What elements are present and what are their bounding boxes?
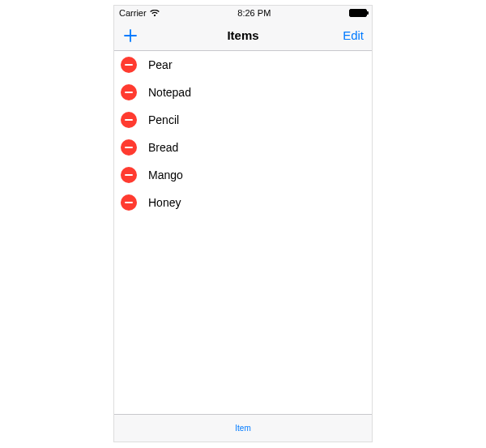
- delete-button[interactable]: [121, 84, 137, 100]
- nav-title: Items: [114, 28, 372, 42]
- wifi-icon: [150, 10, 160, 17]
- delete-button[interactable]: [121, 112, 137, 128]
- list-item[interactable]: Notepad: [114, 79, 372, 106]
- minus-icon: [125, 147, 133, 148]
- add-button[interactable]: [122, 28, 147, 44]
- minus-icon: [125, 64, 133, 66]
- list-item-label: Mango: [148, 169, 183, 181]
- list-item-label: Pencil: [148, 113, 179, 126]
- phone-frame: Carrier 8:26 PM Items Edit PearNotep: [113, 5, 373, 442]
- minus-icon: [125, 202, 133, 203]
- battery-fill: [350, 10, 366, 16]
- list-item-label: Pear: [148, 58, 173, 71]
- delete-button[interactable]: [121, 194, 137, 211]
- minus-icon: [125, 174, 133, 176]
- minus-icon: [125, 92, 133, 93]
- delete-button[interactable]: [121, 167, 137, 183]
- list-item-label: Bread: [148, 141, 178, 154]
- toolbar: Item: [114, 414, 372, 442]
- list-item[interactable]: Pencil: [114, 106, 372, 134]
- list-item-label: Notepad: [148, 86, 191, 99]
- battery-icon: [349, 9, 367, 17]
- status-bar: Carrier 8:26 PM: [114, 6, 372, 20]
- nav-bar: Items Edit: [114, 20, 372, 51]
- delete-button[interactable]: [121, 57, 137, 73]
- status-time: 8:26 PM: [237, 8, 271, 18]
- list-item-label: Honey: [148, 196, 181, 209]
- list-item[interactable]: Honey: [114, 189, 372, 216]
- list-item[interactable]: Pear: [114, 51, 372, 79]
- toolbar-item-label[interactable]: Item: [235, 424, 250, 433]
- items-list: PearNotepadPencilBreadMangoHoney: [114, 51, 372, 216]
- delete-button[interactable]: [121, 139, 137, 156]
- minus-icon: [125, 119, 133, 121]
- status-left: Carrier: [119, 8, 160, 18]
- list-item[interactable]: Mango: [114, 161, 372, 189]
- list-item[interactable]: Bread: [114, 134, 372, 161]
- content-area: PearNotepadPencilBreadMangoHoney: [114, 51, 372, 414]
- edit-button[interactable]: Edit: [339, 28, 364, 42]
- status-right: [349, 9, 367, 17]
- plus-icon: [122, 28, 147, 44]
- carrier-label: Carrier: [119, 8, 147, 18]
